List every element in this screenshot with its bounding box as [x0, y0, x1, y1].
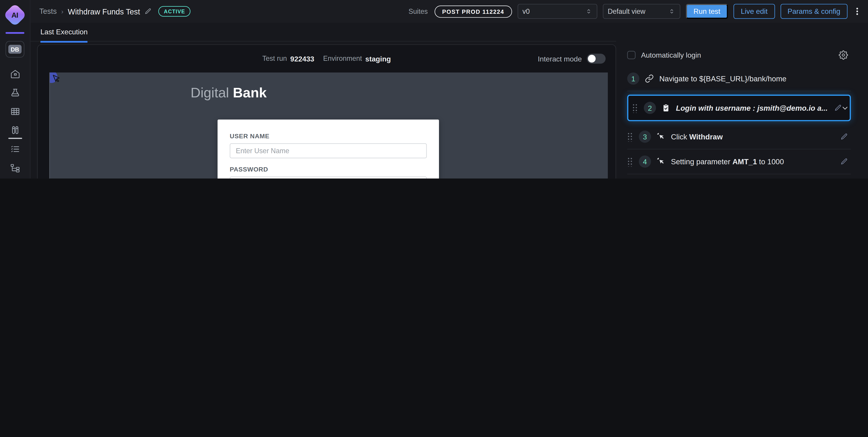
cursor-click-icon [656, 157, 665, 166]
drag-handle-icon[interactable] [627, 132, 633, 142]
interact-mode-toggle[interactable] [587, 54, 606, 64]
bank-login-card: USER NAME PASSWORD ✓ Remember Me SIGN IN… [217, 120, 439, 179]
drag-handle-icon[interactable] [627, 157, 633, 166]
workspace-switcher[interactable]: DB [5, 41, 24, 57]
step-number: 3 [639, 131, 651, 143]
topbar-actions: Suites POST PROD 112224 v0 Default view … [408, 4, 860, 19]
data-table-icon[interactable] [10, 106, 20, 117]
steps-settings-icon[interactable] [839, 50, 848, 60]
step-row-3[interactable]: 3 Click Withdraw [617, 125, 868, 149]
left-sidebar: AI DB DC [0, 0, 31, 179]
auto-login-checkbox[interactable] [627, 51, 636, 59]
cursor-click-icon [656, 132, 665, 141]
steps-panel: Automatically login 1 Navigate to ${BASE… [617, 44, 868, 179]
environment-label: Environment [323, 55, 362, 62]
chevron-updown-icon [585, 8, 592, 15]
test-run-label: Test run [262, 55, 287, 62]
step-text: Setting parameter AMT_1 to 1000 [671, 157, 784, 166]
step-row-4[interactable]: 4 Setting parameter AMT_1 to 1000 [617, 149, 868, 174]
breadcrumb-tests[interactable]: Tests [39, 7, 57, 15]
username-label: USER NAME [230, 133, 427, 139]
top-bar: Tests › Withdraw Funds Test ACTIVE Suite… [31, 0, 868, 23]
logo-divider [5, 32, 24, 34]
chevron-updown-icon [668, 8, 675, 15]
tab-last-execution[interactable]: Last Execution [40, 28, 88, 42]
username-input[interactable] [230, 143, 427, 158]
step-number: 2 [644, 102, 656, 114]
suites-label: Suites [408, 7, 428, 15]
view-select-value: Default view [608, 7, 645, 15]
test-tubes-icon[interactable] [10, 125, 20, 135]
step-row-2-selected[interactable]: 2 Login with username : jsmith@demo.io a… [627, 95, 851, 121]
params-config-button[interactable]: Params & config [780, 4, 847, 19]
breadcrumb-separator: › [61, 7, 64, 15]
version-select[interactable]: v0 [518, 4, 597, 19]
edit-step-icon[interactable] [840, 158, 848, 165]
home-icon[interactable] [10, 69, 20, 79]
chevron-down-icon[interactable] [841, 104, 849, 112]
execution-panel: Test run 922433 Environment staging Inte… [37, 44, 616, 179]
test-run-id: 922433 [290, 55, 314, 63]
drag-handle-icon[interactable] [632, 103, 638, 113]
password-input[interactable] [230, 177, 427, 179]
tabs-row: Last Execution [31, 23, 616, 41]
video-replay-area[interactable]: Digital Bank USER NAME PASSWORD ✓ Rememb… [49, 72, 608, 179]
step-row-5[interactable]: 5 Write " ${AMT_1} " in INPUT with id am… [617, 174, 868, 179]
flow-tree-icon[interactable] [10, 163, 20, 173]
link-icon [645, 74, 654, 83]
status-badge: ACTIVE [158, 6, 191, 17]
app-root: AI DB DC T [0, 0, 868, 179]
password-label: PASSWORD [230, 166, 427, 173]
active-nav-indicator [8, 138, 22, 139]
app-logo-text: AI [11, 11, 18, 19]
execution-header: Test run 922433 Environment staging Inte… [38, 45, 616, 72]
edit-step-icon[interactable] [840, 133, 848, 141]
auto-login-label: Automatically login [641, 51, 701, 59]
more-options-icon[interactable] [854, 8, 860, 15]
step-number: 4 [639, 155, 651, 168]
edit-step-icon[interactable] [834, 104, 842, 112]
version-select-value: v0 [522, 7, 530, 15]
step-text: Login with username : jsmith@demo.io a..… [676, 104, 828, 112]
step-row-1[interactable]: 1 Navigate to ${BASE_URL}/bank/home [617, 66, 868, 91]
bank-page-title: Digital Bank [50, 85, 407, 101]
step-text: Click Withdraw [671, 133, 723, 141]
step-divider [627, 91, 851, 91]
interact-mode-label: Interact mode [538, 55, 582, 63]
steps-panel-header: Automatically login [617, 44, 868, 62]
view-select[interactable]: Default view [602, 4, 680, 19]
step-text: Navigate to ${BASE_URL}/bank/home [659, 74, 786, 83]
step-number: 1 [627, 72, 640, 85]
page-title: Withdraw Funds Test [68, 7, 140, 16]
clipboard-check-icon [662, 103, 671, 112]
live-edit-button[interactable]: Live edit [734, 4, 775, 19]
interact-mode: Interact mode [538, 45, 606, 72]
run-test-button[interactable]: Run test [686, 4, 728, 19]
checklist-icon[interactable] [10, 144, 20, 155]
edit-title-icon[interactable] [145, 8, 152, 15]
workspace-badge: DB [8, 45, 22, 54]
tests-flask-icon[interactable] [10, 88, 20, 98]
recorded-cursor-icon [51, 74, 62, 85]
app-logo[interactable]: AI [3, 3, 27, 27]
environment-value: staging [365, 55, 391, 63]
suite-pill[interactable]: POST PROD 112224 [434, 5, 512, 18]
